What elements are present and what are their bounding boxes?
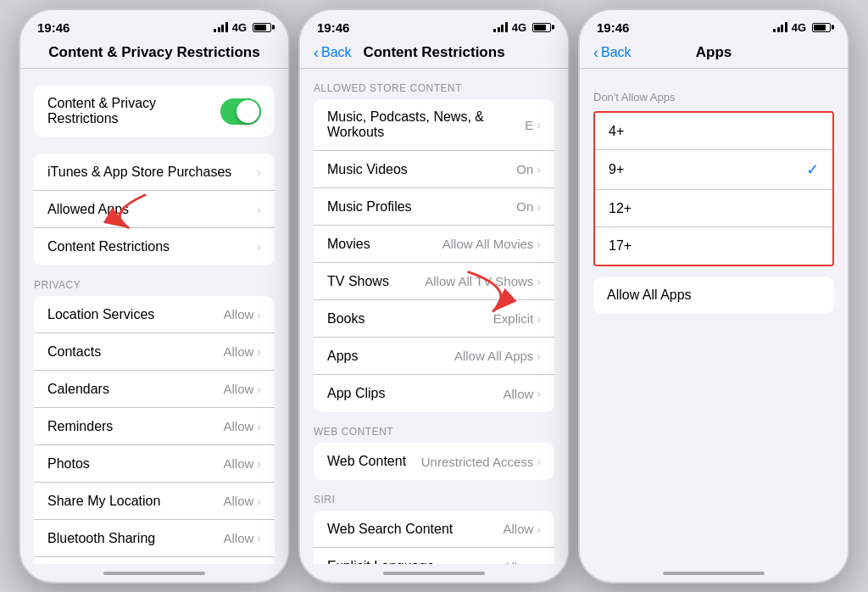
toggle-label: Content & Privacy Restrictions bbox=[47, 96, 220, 126]
home-indicator-1 bbox=[103, 572, 205, 575]
privacy-section-label: PRIVACY bbox=[20, 265, 288, 296]
list-item-calendars[interactable]: Calendars Allow › bbox=[34, 371, 275, 408]
content-2: ALLOWED STORE CONTENT Music, Podcasts, N… bbox=[300, 69, 568, 564]
network-type-1: 4G bbox=[232, 21, 247, 34]
battery-icon-3 bbox=[812, 23, 831, 32]
chevron-icon: › bbox=[257, 165, 261, 179]
back-button-2[interactable]: ‹ Back bbox=[314, 44, 352, 62]
home-indicator-3 bbox=[663, 572, 765, 575]
web-content-label: WEB CONTENT bbox=[300, 412, 568, 443]
general-section: iTunes & App Store Purchases › Allowed A… bbox=[34, 154, 275, 265]
time-3: 19:46 bbox=[597, 20, 629, 35]
list-item-photos[interactable]: Photos Allow › bbox=[34, 445, 275, 483]
list-item-app-clips[interactable]: App Clips Allow › bbox=[314, 375, 554, 412]
back-label-2: Back bbox=[321, 45, 352, 60]
list-item-itunes[interactable]: iTunes & App Store Purchases › bbox=[34, 154, 275, 191]
toggle-thumb bbox=[236, 100, 259, 123]
status-icons-2: 4G bbox=[493, 21, 551, 34]
list-item-bluetooth[interactable]: Bluetooth Sharing Allow › bbox=[34, 520, 275, 557]
time-2: 19:46 bbox=[317, 20, 349, 35]
content-3: Don't Allow Apps 4+ 9+ ✓ 12+ bbox=[580, 69, 848, 564]
list-item-music-podcasts[interactable]: Music, Podcasts, News, & Workouts E › bbox=[314, 99, 554, 151]
list-item-location[interactable]: Location Services Allow › bbox=[34, 296, 275, 333]
chevron-icon: › bbox=[257, 240, 261, 254]
list-item-17plus[interactable]: 17+ bbox=[595, 227, 832, 265]
nav-bar-3: ‹ Back Apps bbox=[580, 41, 848, 69]
list-item-web-search[interactable]: Web Search Content Allow › bbox=[314, 511, 554, 548]
list-item-4plus[interactable]: 4+ bbox=[595, 113, 832, 150]
home-indicator-2 bbox=[383, 572, 485, 575]
list-item-reminders[interactable]: Reminders Allow › bbox=[34, 408, 275, 445]
dont-allow-section-label: Don't Allow Apps bbox=[580, 82, 848, 108]
allowed-store-section: Music, Podcasts, News, & Workouts E › Mu… bbox=[314, 99, 554, 412]
list-item-web-content[interactable]: Web Content Unrestricted Access › bbox=[314, 443, 554, 480]
checkmark-icon: ✓ bbox=[806, 160, 819, 179]
page-title-1: Content & Privacy Restrictions bbox=[48, 44, 259, 61]
list-item-movies[interactable]: Movies Allow All Movies › bbox=[314, 226, 554, 263]
signal-bars-1 bbox=[214, 22, 228, 32]
list-item-12plus[interactable]: 12+ bbox=[595, 190, 832, 227]
list-item-allow-all[interactable]: Allow All Apps bbox=[593, 276, 834, 314]
list-item-books[interactable]: Books Explicit › bbox=[314, 300, 554, 338]
chevron-back-icon-3: ‹ bbox=[593, 44, 598, 62]
list-item-share-location[interactable]: Share My Location Allow › bbox=[34, 483, 275, 520]
back-button-3[interactable]: ‹ Back bbox=[593, 44, 632, 62]
time-1: 19:46 bbox=[37, 20, 70, 35]
toggle-row[interactable]: Content & Privacy Restrictions bbox=[34, 86, 275, 137]
list-item-content-restrictions[interactable]: Content Restrictions › bbox=[34, 228, 275, 265]
list-item-tv-shows[interactable]: TV Shows Allow All TV Shows › bbox=[314, 263, 554, 300]
list-item-9plus[interactable]: 9+ ✓ bbox=[595, 150, 832, 190]
chevron-back-icon-2: ‹ bbox=[314, 44, 319, 62]
page-title-2: Content Restrictions bbox=[363, 44, 504, 61]
nav-bar-1: Content & Privacy Restrictions bbox=[20, 41, 288, 69]
back-label-3: Back bbox=[601, 45, 632, 60]
status-icons-1: 4G bbox=[214, 21, 271, 34]
content-1: Content & Privacy Restrictions iTunes & … bbox=[20, 69, 288, 564]
status-bar-2: 19:46 4G bbox=[300, 10, 568, 41]
nav-bar-2: ‹ Back Content Restrictions bbox=[300, 41, 568, 69]
list-item-music-videos[interactable]: Music Videos On › bbox=[314, 151, 554, 188]
battery-icon-1 bbox=[253, 23, 271, 32]
privacy-section: Location Services Allow › Contacts Allow… bbox=[34, 296, 275, 564]
network-type-3: 4G bbox=[792, 21, 806, 34]
battery-icon-2 bbox=[532, 23, 551, 32]
page-title-3: Apps bbox=[696, 44, 732, 61]
status-bar-3: 19:46 4G bbox=[580, 10, 848, 41]
list-item-allowed-apps[interactable]: Allowed Apps › bbox=[34, 191, 275, 228]
toggle-switch[interactable] bbox=[220, 98, 261, 125]
list-item-microphone[interactable]: Microphone Allow › bbox=[34, 557, 275, 564]
signal-bars-2 bbox=[493, 22, 508, 32]
siri-label: SIRI bbox=[300, 480, 568, 511]
signal-bars-3 bbox=[773, 22, 787, 32]
status-bar-1: 19:46 4G bbox=[20, 10, 288, 41]
web-content-section: Web Content Unrestricted Access › bbox=[314, 443, 554, 480]
list-item-explicit-language[interactable]: Explicit Language Allow › bbox=[314, 548, 554, 564]
allow-all-section: Allow All Apps bbox=[593, 276, 834, 314]
list-item-apps[interactable]: Apps Allow All Apps › bbox=[314, 338, 554, 375]
chevron-icon: › bbox=[257, 203, 261, 216]
list-item-music-profiles[interactable]: Music Profiles On › bbox=[314, 188, 554, 226]
network-type-2: 4G bbox=[512, 21, 526, 34]
list-item-contacts[interactable]: Contacts Allow › bbox=[34, 333, 275, 371]
age-ratings-box: 4+ 9+ ✓ 12+ 17+ bbox=[593, 111, 834, 266]
siri-section: Web Search Content Allow › Explicit Lang… bbox=[314, 511, 554, 564]
allowed-store-label: ALLOWED STORE CONTENT bbox=[300, 69, 568, 99]
status-icons-3: 4G bbox=[773, 21, 831, 34]
